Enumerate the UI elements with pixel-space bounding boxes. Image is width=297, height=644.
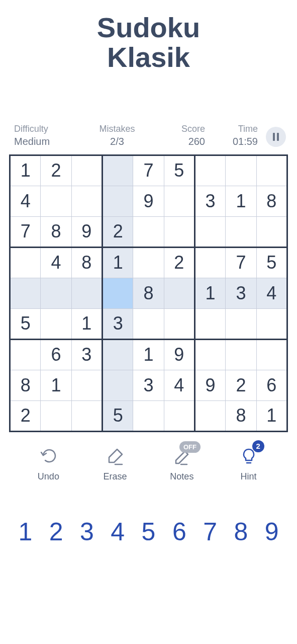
cell-7-5[interactable]: 4 xyxy=(164,370,194,400)
cell-7-8[interactable]: 6 xyxy=(256,370,287,400)
cell-4-5[interactable] xyxy=(164,278,194,308)
cell-6-3[interactable] xyxy=(102,339,133,370)
cell-8-4[interactable] xyxy=(133,400,164,431)
cell-0-1[interactable]: 2 xyxy=(41,155,71,186)
cell-1-0[interactable]: 4 xyxy=(10,186,41,216)
cell-7-7[interactable]: 2 xyxy=(226,370,256,400)
cell-5-2[interactable]: 1 xyxy=(71,308,102,339)
cell-3-2[interactable]: 8 xyxy=(71,247,102,278)
cell-8-1[interactable] xyxy=(41,400,71,431)
numpad-6[interactable]: 6 xyxy=(167,517,192,546)
numpad-9[interactable]: 9 xyxy=(259,517,284,546)
cell-3-7[interactable]: 7 xyxy=(226,247,256,278)
cell-5-5[interactable] xyxy=(164,308,194,339)
cell-2-6[interactable] xyxy=(194,216,225,247)
cell-8-2[interactable] xyxy=(71,400,102,431)
cell-7-1[interactable]: 1 xyxy=(41,370,71,400)
notes-button[interactable]: OFF Notes xyxy=(159,446,205,482)
numpad-8[interactable]: 8 xyxy=(228,517,253,546)
cell-1-2[interactable] xyxy=(71,186,102,216)
erase-button[interactable]: Erase xyxy=(92,446,138,482)
cell-0-6[interactable] xyxy=(194,155,225,186)
cell-1-4[interactable]: 9 xyxy=(133,186,164,216)
cell-5-7[interactable] xyxy=(226,308,256,339)
cell-1-5[interactable] xyxy=(164,186,194,216)
cell-2-5[interactable] xyxy=(164,216,194,247)
cell-4-7[interactable]: 3 xyxy=(226,278,256,308)
cell-2-0[interactable]: 7 xyxy=(10,216,41,247)
cell-7-6[interactable]: 9 xyxy=(194,370,225,400)
cell-8-0[interactable]: 2 xyxy=(10,400,41,431)
cell-1-1[interactable] xyxy=(41,186,71,216)
cell-0-8[interactable] xyxy=(256,155,287,186)
cell-7-2[interactable] xyxy=(71,370,102,400)
cell-7-4[interactable]: 3 xyxy=(133,370,164,400)
cell-2-1[interactable]: 8 xyxy=(41,216,71,247)
cell-4-4[interactable]: 8 xyxy=(133,278,164,308)
cell-6-2[interactable]: 3 xyxy=(71,339,102,370)
numpad-5[interactable]: 5 xyxy=(136,517,161,546)
score-value: 260 xyxy=(188,135,205,148)
cell-8-3[interactable]: 5 xyxy=(102,400,133,431)
cell-2-8[interactable] xyxy=(256,216,287,247)
cell-4-0[interactable] xyxy=(10,278,41,308)
cell-3-6[interactable] xyxy=(194,247,225,278)
cell-6-0[interactable] xyxy=(10,339,41,370)
cell-1-8[interactable]: 8 xyxy=(256,186,287,216)
cell-4-8[interactable]: 4 xyxy=(256,278,287,308)
numpad-1[interactable]: 1 xyxy=(13,517,38,546)
cell-0-7[interactable] xyxy=(226,155,256,186)
number-pad: 123456789 xyxy=(0,517,297,546)
numpad-3[interactable]: 3 xyxy=(74,517,100,546)
cell-5-0[interactable]: 5 xyxy=(10,308,41,339)
cell-5-8[interactable] xyxy=(256,308,287,339)
cell-6-7[interactable] xyxy=(226,339,256,370)
cell-8-5[interactable] xyxy=(164,400,194,431)
cell-3-8[interactable]: 5 xyxy=(256,247,287,278)
cell-7-0[interactable]: 8 xyxy=(10,370,41,400)
numpad-4[interactable]: 4 xyxy=(105,517,130,546)
cell-3-3[interactable]: 1 xyxy=(102,247,133,278)
notes-off-badge: OFF xyxy=(179,441,201,453)
numpad-7[interactable]: 7 xyxy=(197,517,223,546)
cell-3-4[interactable] xyxy=(133,247,164,278)
cell-1-6[interactable]: 3 xyxy=(194,186,225,216)
pause-button[interactable] xyxy=(266,127,286,147)
cell-0-2[interactable] xyxy=(71,155,102,186)
undo-button[interactable]: Undo xyxy=(26,446,71,482)
cell-2-7[interactable] xyxy=(226,216,256,247)
cell-8-8[interactable]: 1 xyxy=(256,400,287,431)
cell-5-3[interactable]: 3 xyxy=(102,308,133,339)
cell-8-6[interactable] xyxy=(194,400,225,431)
cell-0-3[interactable] xyxy=(102,155,133,186)
cell-1-7[interactable]: 1 xyxy=(226,186,256,216)
cell-6-1[interactable]: 6 xyxy=(41,339,71,370)
numpad-2[interactable]: 2 xyxy=(44,517,69,546)
cell-4-6[interactable]: 1 xyxy=(194,278,225,308)
cell-3-0[interactable] xyxy=(10,247,41,278)
cell-5-4[interactable] xyxy=(133,308,164,339)
cell-1-3[interactable] xyxy=(102,186,133,216)
cell-5-1[interactable] xyxy=(41,308,71,339)
cell-3-1[interactable]: 4 xyxy=(41,247,71,278)
hint-label: Hint xyxy=(241,471,257,482)
cell-0-5[interactable]: 5 xyxy=(164,155,194,186)
cell-4-3[interactable] xyxy=(102,278,133,308)
cell-3-5[interactable]: 2 xyxy=(164,247,194,278)
cell-0-4[interactable]: 7 xyxy=(133,155,164,186)
hint-button[interactable]: 2 Hint xyxy=(226,446,271,482)
cell-0-0[interactable]: 1 xyxy=(10,155,41,186)
cell-7-3[interactable] xyxy=(102,370,133,400)
cell-6-4[interactable]: 1 xyxy=(133,339,164,370)
cell-2-4[interactable] xyxy=(133,216,164,247)
cell-6-8[interactable] xyxy=(256,339,287,370)
cell-6-5[interactable]: 9 xyxy=(164,339,194,370)
cell-4-1[interactable] xyxy=(41,278,71,308)
cell-2-2[interactable]: 9 xyxy=(71,216,102,247)
cell-6-6[interactable] xyxy=(194,339,225,370)
cell-8-7[interactable]: 8 xyxy=(226,400,256,431)
cell-2-3[interactable]: 2 xyxy=(102,216,133,247)
cell-5-6[interactable] xyxy=(194,308,225,339)
cell-4-2[interactable] xyxy=(71,278,102,308)
title-line-1: Sudoku xyxy=(0,13,297,43)
